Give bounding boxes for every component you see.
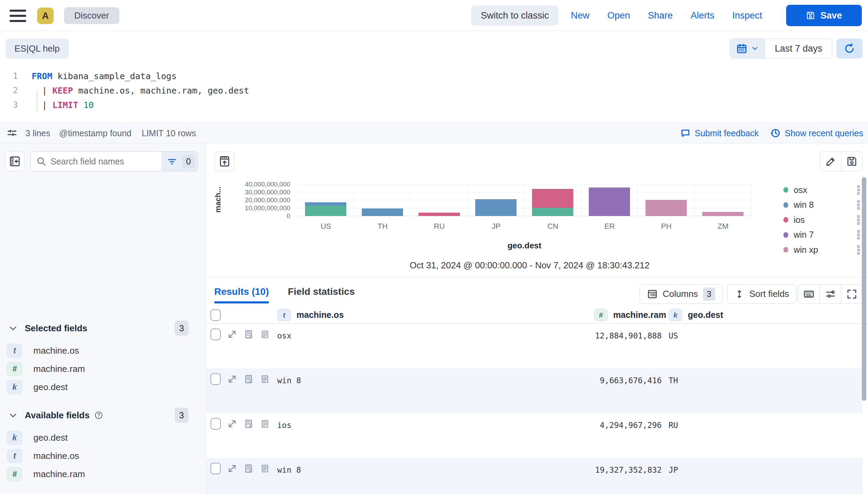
available-field-machine.ram[interactable]: #machine.ram bbox=[0, 465, 206, 483]
topbar-link-alerts[interactable]: Alerts bbox=[691, 10, 714, 21]
toggle-chart-panel-button[interactable] bbox=[215, 151, 234, 171]
time-range-value[interactable]: Last 7 days bbox=[765, 39, 832, 58]
time-picker-calendar-button[interactable] bbox=[730, 39, 765, 58]
select-all-checkbox[interactable] bbox=[210, 309, 221, 321]
edit-visualization-button[interactable] bbox=[820, 152, 841, 171]
topbar-links: NewOpenShareAlertsInspect bbox=[571, 0, 762, 31]
keyboard-shortcuts-icon[interactable] bbox=[798, 284, 820, 303]
row-view-document-icon[interactable] bbox=[261, 374, 270, 384]
row-checkbox[interactable] bbox=[210, 463, 221, 474]
field-type-icon: k bbox=[7, 431, 22, 445]
vertical-scrollbar[interactable] bbox=[862, 177, 866, 401]
legend-actions-icon[interactable] bbox=[857, 185, 860, 195]
selected-field-machine.os[interactable]: tmachine.os bbox=[0, 342, 206, 360]
row-degraded-doc-icon[interactable] bbox=[244, 463, 254, 474]
field-search-box: 0 bbox=[30, 151, 198, 171]
selected-fields-header[interactable]: Selected fields 3 bbox=[0, 320, 206, 337]
legend-item-win xp[interactable]: win xp bbox=[781, 242, 860, 257]
row-degraded-doc-icon[interactable] bbox=[244, 329, 254, 340]
bar-PH-win xp[interactable] bbox=[645, 200, 687, 216]
tab-field-statistics[interactable]: Field statistics bbox=[288, 286, 355, 297]
columns-button[interactable]: Columns 3 bbox=[640, 284, 723, 304]
available-field-geo.dest[interactable]: kgeo.dest bbox=[0, 429, 206, 447]
cell-os: win 8 bbox=[277, 376, 301, 385]
row-view-document-icon[interactable] bbox=[261, 463, 270, 474]
column-header-machine-ram[interactable]: #machine.ram bbox=[594, 309, 666, 321]
column-header-geo-dest[interactable]: kgeo.dest bbox=[669, 309, 723, 321]
breadcrumb[interactable]: Discover bbox=[64, 7, 119, 24]
bar-group-PH bbox=[638, 184, 695, 216]
text-type-icon: t bbox=[277, 309, 291, 321]
collapse-sidebar-button[interactable] bbox=[5, 151, 25, 171]
row-expand-icon[interactable] bbox=[227, 374, 237, 384]
row-checkbox[interactable] bbox=[210, 373, 221, 385]
save-visualization-button[interactable] bbox=[841, 152, 862, 171]
bar-CN-osx[interactable] bbox=[532, 208, 573, 216]
submit-feedback-link[interactable]: Submit feedback bbox=[680, 123, 759, 143]
bar-US-osx[interactable] bbox=[305, 206, 346, 216]
available-field-machine.os[interactable]: tmachine.os bbox=[0, 447, 206, 465]
row-expand-icon[interactable] bbox=[227, 419, 237, 429]
legend-actions-icon[interactable] bbox=[857, 230, 860, 239]
field-filter-button[interactable]: 0 bbox=[161, 152, 198, 171]
available-fields-label: Available fields bbox=[25, 410, 89, 421]
x-tick-label: TH bbox=[354, 222, 411, 231]
legend-actions-icon[interactable] bbox=[857, 245, 860, 255]
sort-fields-button[interactable]: Sort fields bbox=[727, 284, 796, 304]
topbar-link-open[interactable]: Open bbox=[607, 10, 630, 21]
bar-ER-win 7[interactable] bbox=[589, 187, 630, 216]
topbar-link-share[interactable]: Share bbox=[648, 10, 673, 21]
show-recent-queries-link[interactable]: Show recent queries bbox=[770, 123, 863, 143]
row-view-document-icon[interactable] bbox=[261, 419, 270, 429]
topbar-link-new[interactable]: New bbox=[571, 10, 589, 21]
fullscreen-icon[interactable] bbox=[841, 284, 862, 303]
available-fields-header[interactable]: Available fields 3 bbox=[0, 407, 206, 424]
space-avatar[interactable]: A bbox=[37, 8, 54, 24]
selected-field-geo.dest[interactable]: kgeo.dest bbox=[0, 378, 206, 396]
bar-ZM-win xp[interactable] bbox=[702, 212, 744, 216]
bar-TH-win 8[interactable] bbox=[362, 208, 403, 216]
legend-actions-icon[interactable] bbox=[857, 200, 860, 210]
code-text: FROM kibana_sample_data_logs bbox=[32, 71, 176, 81]
help-question-icon[interactable] bbox=[94, 411, 103, 420]
x-tick-label: ZM bbox=[695, 222, 751, 231]
table-row: ios4,294,967,296RU bbox=[206, 413, 862, 458]
topbar-link-inspect[interactable]: Inspect bbox=[732, 10, 762, 21]
esql-query-editor[interactable]: 1FROM kibana_sample_data_logs2 | KEEP ma… bbox=[0, 69, 868, 112]
row-expand-icon[interactable] bbox=[227, 463, 237, 474]
legend-item-win 7[interactable]: win 7 bbox=[781, 227, 860, 243]
row-expand-icon[interactable] bbox=[227, 329, 237, 340]
cell-ram: 12,884,901,888 bbox=[516, 331, 662, 340]
field-type-icon: t bbox=[7, 449, 22, 463]
legend-actions-icon[interactable] bbox=[857, 215, 860, 225]
legend-label: win 7 bbox=[794, 230, 814, 240]
legend-item-ios[interactable]: ios bbox=[781, 212, 860, 227]
cell-dest: US bbox=[669, 331, 678, 340]
tab-results[interactable]: Results (10) bbox=[214, 286, 269, 301]
save-button[interactable]: Save bbox=[786, 5, 862, 26]
legend-item-osx[interactable]: osx bbox=[781, 182, 860, 197]
x-tick-label: PH bbox=[638, 222, 695, 231]
editor-line-3[interactable]: 3 | LIMIT 10 bbox=[0, 98, 868, 112]
bar-RU-ios[interactable] bbox=[419, 213, 460, 216]
bar-JP-win 8[interactable] bbox=[475, 199, 517, 216]
refresh-button[interactable] bbox=[836, 39, 862, 58]
switch-to-classic-button[interactable]: Switch to classic bbox=[471, 6, 558, 25]
field-search-input[interactable] bbox=[46, 152, 161, 171]
row-view-document-icon[interactable] bbox=[261, 329, 270, 340]
row-degraded-doc-icon[interactable] bbox=[244, 374, 254, 384]
bar-US-win 8[interactable] bbox=[305, 202, 346, 206]
esql-help-button[interactable]: ES|QL help bbox=[6, 39, 69, 58]
menu-icon[interactable] bbox=[9, 8, 27, 23]
bar-CN-ios[interactable] bbox=[532, 189, 573, 208]
row-checkbox[interactable] bbox=[210, 329, 221, 340]
row-degraded-doc-icon[interactable] bbox=[244, 419, 254, 429]
editor-settings-icon[interactable] bbox=[6, 123, 18, 143]
display-options-icon[interactable] bbox=[820, 284, 841, 303]
column-header-machine-os[interactable]: tmachine.os bbox=[277, 309, 344, 321]
row-checkbox[interactable] bbox=[210, 418, 221, 430]
editor-line-1[interactable]: 1FROM kibana_sample_data_logs bbox=[0, 69, 868, 83]
editor-line-2[interactable]: 2 | KEEP machine.os, machine.ram, geo.de… bbox=[0, 83, 868, 98]
selected-field-machine.ram[interactable]: #machine.ram bbox=[0, 360, 206, 378]
legend-item-win 8[interactable]: win 8 bbox=[781, 197, 860, 213]
